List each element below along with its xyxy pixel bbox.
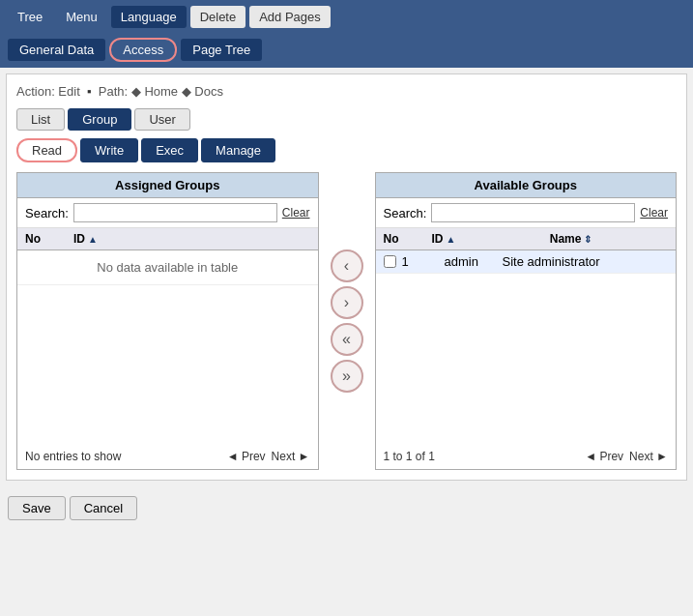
delete-button[interactable]: Delete (190, 6, 246, 28)
tab-user[interactable]: User (134, 108, 189, 131)
assigned-no-data: No data available in table (17, 250, 318, 285)
sort-arrow-up-icon: ▲ (88, 234, 98, 245)
available-clear-button[interactable]: Clear (640, 206, 668, 220)
available-groups-panel: Available Groups Search: Clear No ID ▲ N… (375, 172, 678, 470)
assigned-clear-button[interactable]: Clear (282, 206, 310, 220)
menu-button[interactable]: Menu (56, 6, 107, 28)
sub-navigation: General Data Access Page Tree (0, 34, 693, 68)
tab-list[interactable]: List (16, 108, 65, 131)
top-navigation: Tree Menu Language Delete Add Pages (0, 0, 693, 34)
perm-exec[interactable]: Exec (141, 138, 198, 162)
available-search-input[interactable] (431, 203, 635, 222)
tables-section: Assigned Groups Search: Clear No ID ▲ No… (16, 172, 677, 470)
available-row-1-no: 1 (402, 254, 445, 269)
assigned-groups-panel: Assigned Groups Search: Clear No ID ▲ No… (16, 172, 319, 470)
assigned-pagination: No entries to show ◄ Prev Next ► (17, 444, 318, 469)
available-pagination: 1 to 1 of 1 ◄ Prev Next ► (376, 444, 677, 469)
assigned-search-row: Search: Clear (17, 198, 318, 228)
assigned-col-no: No (25, 232, 73, 246)
general-data-button[interactable]: General Data (8, 39, 105, 61)
available-col-id: ID ▲ (432, 232, 550, 246)
available-row-1: 1 admin Site administrator (376, 250, 677, 274)
move-all-left-button[interactable]: « (331, 323, 363, 356)
available-search-row: Search: Clear (376, 198, 677, 228)
assigned-next-button[interactable]: Next ► (272, 450, 310, 463)
available-col-no: No (384, 232, 432, 246)
available-row-1-id: admin (445, 254, 503, 269)
available-search-label: Search: (384, 206, 427, 220)
cancel-button[interactable]: Cancel (70, 496, 137, 520)
available-row-1-checkbox[interactable] (384, 255, 396, 268)
available-groups-title: Available Groups (376, 173, 677, 198)
transfer-arrows: ‹ › « » (323, 249, 371, 393)
available-row-1-name: Site administrator (503, 254, 669, 269)
available-name-sort-icon: ⇕ (584, 234, 592, 245)
available-prev-button[interactable]: ◄ Prev (585, 450, 623, 463)
breadcrumb: Action: Edit ▪ Path: ◆ Home ◆ Docs (16, 84, 677, 99)
available-sort-arrow-icon: ▲ (447, 234, 456, 245)
available-col-headers: No ID ▲ Name ⇕ (376, 228, 677, 250)
available-next-button[interactable]: Next ► (629, 450, 668, 463)
perm-write[interactable]: Write (80, 138, 138, 162)
page-tree-button[interactable]: Page Tree (181, 39, 262, 61)
assigned-search-input[interactable] (73, 203, 277, 222)
assigned-prev-button[interactable]: ◄ Prev (227, 450, 266, 463)
available-pagination-info: 1 to 1 of 1 (384, 450, 580, 463)
perm-manage[interactable]: Manage (201, 138, 275, 162)
move-all-right-button[interactable]: » (331, 360, 363, 393)
assigned-col-id: ID ▲ (73, 232, 310, 246)
assigned-groups-title: Assigned Groups (17, 173, 318, 198)
move-left-button[interactable]: ‹ (331, 249, 363, 282)
perm-read[interactable]: Read (16, 138, 77, 162)
tab-group[interactable]: Group (68, 108, 131, 131)
access-button[interactable]: Access (109, 38, 177, 62)
assigned-pagination-info: No entries to show (25, 450, 221, 463)
assigned-data-area: No data available in table (17, 250, 318, 444)
language-button[interactable]: Language (111, 6, 187, 28)
assigned-col-headers: No ID ▲ (17, 228, 318, 250)
available-data-area: 1 admin Site administrator (376, 250, 677, 444)
bottom-buttons: Save Cancel (0, 486, 693, 530)
main-content: Action: Edit ▪ Path: ◆ Home ◆ Docs List … (6, 73, 687, 481)
add-pages-button[interactable]: Add Pages (249, 6, 331, 28)
permission-row: Read Write Exec Manage (16, 138, 677, 162)
move-right-button[interactable]: › (331, 286, 363, 319)
tree-button[interactable]: Tree (8, 6, 52, 28)
save-button[interactable]: Save (8, 496, 66, 520)
available-col-name: Name ⇕ (550, 232, 668, 246)
assigned-search-label: Search: (25, 206, 69, 220)
tab-row: List Group User (16, 108, 677, 131)
